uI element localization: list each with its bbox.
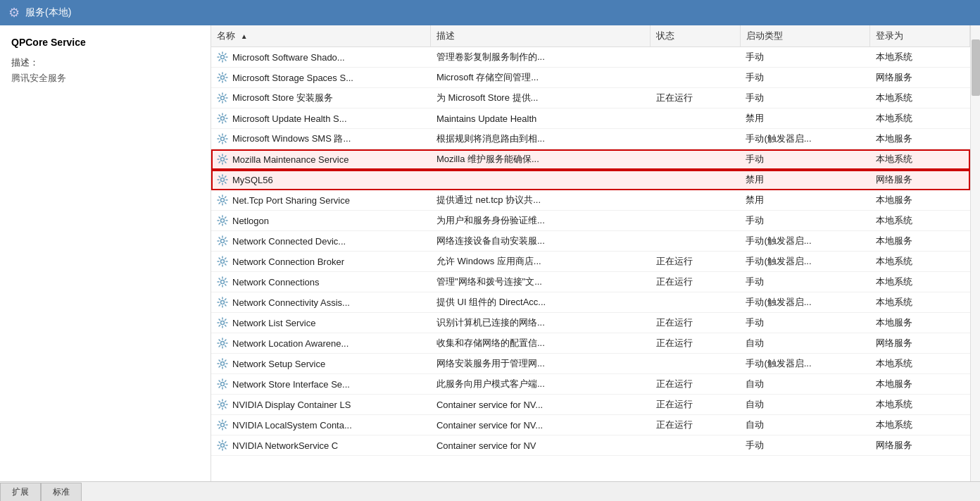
table-row[interactable]: Microsoft Windows SMS 路... 根据规则将消息路由到相..… xyxy=(211,129,970,149)
table-row[interactable]: Net.Tcp Port Sharing Service 提供通过 net.tc… xyxy=(211,190,970,211)
svg-point-14 xyxy=(221,342,225,345)
service-status-cell xyxy=(651,47,741,68)
table-row[interactable]: Microsoft Software Shado... 管理卷影复制服务制作的.… xyxy=(211,47,970,68)
service-startup-cell: 手动(触发器启... xyxy=(740,354,869,374)
service-login-cell: 网络服务 xyxy=(870,333,970,354)
service-startup-cell: 手动 xyxy=(740,313,869,333)
svg-point-19 xyxy=(221,444,225,447)
service-status-cell: 正在运行 xyxy=(651,88,741,109)
col-header-status[interactable]: 状态 xyxy=(651,25,741,47)
service-gear-icon xyxy=(217,113,228,124)
service-desc-cell: 允许 Windows 应用商店... xyxy=(431,252,651,272)
service-name-text: NVIDIA LocalSystem Conta... xyxy=(232,420,352,431)
service-login-cell: 本地系统 xyxy=(870,354,970,374)
service-name-text: Network Setup Service xyxy=(232,359,325,369)
tab-standard[interactable]: 标准 xyxy=(41,483,82,501)
svg-point-1 xyxy=(221,76,225,80)
service-gear-icon xyxy=(217,133,228,144)
sidebar-desc-label: 描述： xyxy=(11,56,199,69)
title-bar: ⚙ 服务(本地) xyxy=(0,0,980,25)
table-row[interactable]: Microsoft Storage Spaces S... Microsoft … xyxy=(211,68,970,88)
service-name-text: Microsoft Software Shado... xyxy=(232,52,345,63)
service-name-cell: Microsoft Update Health S... xyxy=(211,109,431,129)
table-row[interactable]: MySQL56 禁用网络服务 xyxy=(211,170,970,190)
service-login-cell: 本地系统 xyxy=(870,292,970,313)
service-name-cell: Network Connectivity Assis... xyxy=(211,292,431,313)
service-status-cell: 正在运行 xyxy=(651,374,741,395)
service-status-cell xyxy=(651,149,741,170)
service-name-cell: Microsoft Storage Spaces S... xyxy=(211,68,431,88)
table-row[interactable]: NVIDIA LocalSystem Conta... Container se… xyxy=(211,415,970,435)
service-name-cell: Netlogon xyxy=(211,211,431,231)
col-header-desc[interactable]: 描述 xyxy=(431,25,651,47)
service-login-cell: 本地服务 xyxy=(870,374,970,395)
service-startup-cell: 自动 xyxy=(740,374,869,395)
service-name-cell: Mozilla Maintenance Service xyxy=(211,149,431,170)
table-row[interactable]: Network Connections 管理"网络和拨号连接"文...正在运行手… xyxy=(211,272,970,292)
table-row[interactable]: Network Connection Broker 允许 Windows 应用商… xyxy=(211,252,970,272)
service-gear-icon xyxy=(217,317,228,328)
col-header-startup[interactable]: 启动类型 xyxy=(740,25,869,47)
table-row[interactable]: Network Location Awarene... 收集和存储网络的配置信.… xyxy=(211,333,970,354)
service-name-text: Network Connection Broker xyxy=(232,256,344,267)
window-title: 服务(本地) xyxy=(25,6,71,19)
service-gear-icon xyxy=(217,297,228,308)
table-row[interactable]: Network List Service 识别计算机已连接的网络...正在运行手… xyxy=(211,313,970,333)
service-name-text: Microsoft Windows SMS 路... xyxy=(232,132,351,145)
table-row[interactable]: Mozilla Maintenance Service Mozilla 维护服务… xyxy=(211,149,970,170)
svg-point-18 xyxy=(221,423,225,427)
service-desc-cell: 此服务向用户模式客户端... xyxy=(431,374,651,395)
main-window: ⚙ 服务(本地) QPCore Service 描述： 腾讯安全服务 名称 ▲ xyxy=(0,0,980,501)
col-header-name[interactable]: 名称 ▲ xyxy=(211,25,431,47)
service-startup-cell: 手动 xyxy=(740,68,869,88)
service-gear-icon xyxy=(217,338,228,349)
table-row[interactable]: Network Store Interface Se... 此服务向用户模式客户… xyxy=(211,374,970,395)
service-startup-cell: 禁用 xyxy=(740,109,869,129)
svg-point-17 xyxy=(221,403,225,407)
services-table: 名称 ▲ 描述 状态 启动类型 登录为 xyxy=(211,25,970,456)
service-desc-cell: Mozilla 维护服务能确保... xyxy=(431,149,651,170)
service-desc-cell: 收集和存储网络的配置信... xyxy=(431,333,651,354)
service-gear-icon xyxy=(217,256,228,267)
service-startup-cell: 禁用 xyxy=(740,170,869,190)
service-gear-icon xyxy=(217,154,228,165)
service-startup-cell: 禁用 xyxy=(740,190,869,211)
footer-tabs: 扩展 标准 xyxy=(0,481,980,501)
table-row[interactable]: NVIDIA NetworkService C Container servic… xyxy=(211,435,970,456)
service-desc-cell: Maintains Update Health xyxy=(431,109,651,129)
service-name-text: Network Connections xyxy=(232,277,320,287)
table-row[interactable]: Network Connectivity Assis... 提供 UI 组件的 … xyxy=(211,292,970,313)
table-row[interactable]: Network Setup Service 网络安装服务用于管理网...手动(触… xyxy=(211,354,970,374)
svg-point-8 xyxy=(221,219,225,223)
service-desc-cell: Microsoft 存储空间管理... xyxy=(431,68,651,88)
service-name-cell: NVIDIA NetworkService C xyxy=(211,435,431,456)
table-row[interactable]: Microsoft Update Health S... Maintains U… xyxy=(211,109,970,129)
table-row[interactable]: Network Connected Devic... 网络连接设备自动安装服..… xyxy=(211,231,970,252)
service-name-text: Mozilla Maintenance Service xyxy=(232,154,348,165)
svg-point-15 xyxy=(221,362,225,366)
scrollbar-thumb[interactable] xyxy=(972,39,980,96)
service-startup-cell: 手动(触发器启... xyxy=(740,252,869,272)
services-table-area[interactable]: 名称 ▲ 描述 状态 启动类型 登录为 xyxy=(211,25,980,481)
service-login-cell: 本地系统 xyxy=(870,47,970,68)
service-gear-icon xyxy=(217,419,228,431)
service-startup-cell: 手动(触发器启... xyxy=(740,129,869,149)
service-name-text: Microsoft Store 安装服务 xyxy=(232,92,333,104)
svg-point-16 xyxy=(221,383,225,386)
service-name-text: Network Connected Devic... xyxy=(232,236,346,247)
table-row[interactable]: Netlogon 为用户和服务身份验证维...手动本地系统 xyxy=(211,211,970,231)
service-status-cell xyxy=(651,68,741,88)
col-header-login[interactable]: 登录为 xyxy=(870,25,970,47)
service-gear-icon xyxy=(217,440,228,451)
service-gear-icon xyxy=(217,51,228,63)
table-row[interactable]: NVIDIA Display Container LS Container se… xyxy=(211,395,970,415)
service-name-text: Network List Service xyxy=(232,318,315,328)
service-status-cell xyxy=(651,354,741,374)
service-desc-cell: 为 Microsoft Store 提供... xyxy=(431,88,651,109)
table-row[interactable]: Microsoft Store 安装服务 为 Microsoft Store 提… xyxy=(211,88,970,109)
service-login-cell: 本地服务 xyxy=(870,231,970,252)
service-name-cell: Network Connected Devic... xyxy=(211,231,431,252)
service-name-cell: NVIDIA LocalSystem Conta... xyxy=(211,415,431,435)
tab-extended[interactable]: 扩展 xyxy=(0,483,41,501)
scrollbar-track[interactable] xyxy=(970,25,980,481)
